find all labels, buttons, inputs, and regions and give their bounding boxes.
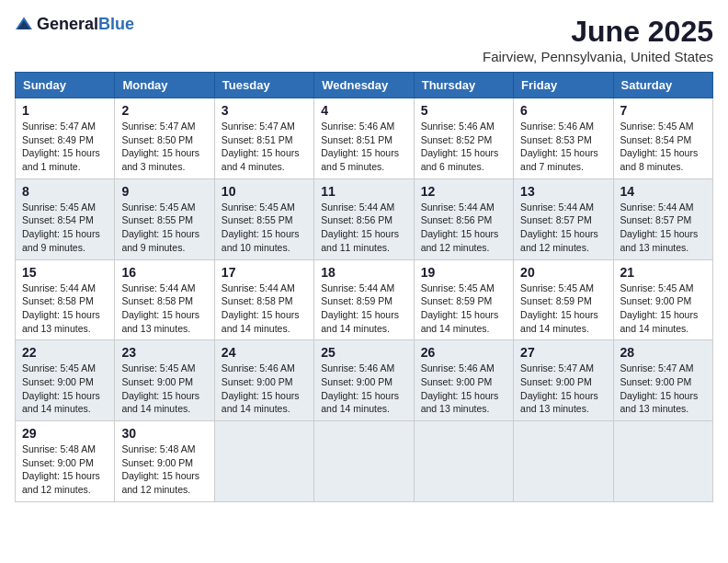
day-number: 6 (520, 103, 606, 118)
day-number: 28 (620, 345, 706, 360)
day-number: 3 (222, 103, 307, 118)
day-number: 24 (222, 345, 307, 360)
day-info: Sunrise: 5:45 AMSunset: 8:55 PMDaylight:… (121, 201, 207, 255)
calendar-week-row: 8Sunrise: 5:45 AMSunset: 8:54 PMDaylight… (16, 178, 713, 259)
day-info: Sunrise: 5:47 AMSunset: 8:49 PMDaylight:… (22, 120, 108, 174)
day-number: 26 (421, 345, 506, 360)
day-info: Sunrise: 5:44 AMSunset: 8:57 PMDaylight:… (620, 201, 706, 255)
day-info: Sunrise: 5:46 AMSunset: 8:51 PMDaylight:… (321, 120, 406, 174)
calendar-cell: 19Sunrise: 5:45 AMSunset: 8:59 PMDayligh… (414, 259, 513, 340)
calendar-cell: 23Sunrise: 5:45 AMSunset: 9:00 PMDayligh… (115, 340, 214, 421)
calendar-cell (514, 421, 613, 502)
month-title: June 2025 (483, 15, 713, 49)
day-number: 5 (421, 103, 506, 118)
col-thursday: Thursday (414, 73, 513, 98)
col-friday: Friday (514, 73, 613, 98)
day-number: 11 (321, 184, 406, 199)
day-info: Sunrise: 5:44 AMSunset: 8:56 PMDaylight:… (421, 201, 506, 255)
calendar-cell (214, 421, 313, 502)
day-info: Sunrise: 5:44 AMSunset: 8:57 PMDaylight:… (520, 201, 606, 255)
day-number: 2 (121, 103, 207, 118)
day-info: Sunrise: 5:45 AMSunset: 8:59 PMDaylight:… (421, 282, 506, 336)
calendar-cell (613, 421, 712, 502)
calendar-header-row: Sunday Monday Tuesday Wednesday Thursday… (16, 73, 713, 98)
calendar-cell: 20Sunrise: 5:45 AMSunset: 8:59 PMDayligh… (514, 259, 613, 340)
calendar-cell: 3Sunrise: 5:47 AMSunset: 8:51 PMDaylight… (214, 98, 313, 179)
day-number: 10 (222, 184, 307, 199)
day-info: Sunrise: 5:46 AMSunset: 9:00 PMDaylight:… (421, 362, 506, 416)
day-info: Sunrise: 5:45 AMSunset: 9:00 PMDaylight:… (121, 362, 207, 416)
calendar-cell: 16Sunrise: 5:44 AMSunset: 8:58 PMDayligh… (115, 259, 214, 340)
day-number: 14 (620, 184, 706, 199)
logo-icon (15, 15, 33, 33)
col-saturday: Saturday (613, 73, 712, 98)
calendar-cell: 12Sunrise: 5:44 AMSunset: 8:56 PMDayligh… (414, 178, 513, 259)
day-number: 16 (121, 265, 207, 280)
day-number: 30 (121, 426, 207, 441)
col-monday: Monday (115, 73, 214, 98)
day-number: 15 (22, 265, 108, 280)
day-number: 8 (22, 184, 108, 199)
day-number: 12 (421, 184, 506, 199)
day-info: Sunrise: 5:44 AMSunset: 8:58 PMDaylight:… (222, 282, 307, 336)
day-info: Sunrise: 5:47 AMSunset: 8:51 PMDaylight:… (222, 120, 307, 174)
title-area: June 2025 Fairview, Pennsylvania, United… (483, 15, 713, 64)
calendar-cell: 4Sunrise: 5:46 AMSunset: 8:51 PMDaylight… (314, 98, 414, 179)
calendar-cell: 14Sunrise: 5:44 AMSunset: 8:57 PMDayligh… (613, 178, 712, 259)
day-info: Sunrise: 5:48 AMSunset: 9:00 PMDaylight:… (121, 442, 207, 497)
calendar-cell: 5Sunrise: 5:46 AMSunset: 8:52 PMDaylight… (414, 98, 513, 179)
logo: GeneralBlue (15, 15, 134, 33)
calendar: Sunday Monday Tuesday Wednesday Thursday… (15, 72, 713, 502)
calendar-cell: 26Sunrise: 5:46 AMSunset: 9:00 PMDayligh… (414, 340, 513, 421)
col-tuesday: Tuesday (214, 73, 313, 98)
day-number: 21 (620, 265, 706, 280)
day-info: Sunrise: 5:47 AMSunset: 9:00 PMDaylight:… (620, 362, 706, 416)
calendar-cell: 13Sunrise: 5:44 AMSunset: 8:57 PMDayligh… (514, 178, 613, 259)
day-info: Sunrise: 5:46 AMSunset: 8:52 PMDaylight:… (421, 120, 506, 174)
day-info: Sunrise: 5:44 AMSunset: 8:56 PMDaylight:… (321, 201, 406, 255)
day-number: 7 (620, 103, 706, 118)
day-info: Sunrise: 5:46 AMSunset: 9:00 PMDaylight:… (321, 362, 406, 416)
calendar-cell: 2Sunrise: 5:47 AMSunset: 8:50 PMDaylight… (115, 98, 214, 179)
calendar-cell: 21Sunrise: 5:45 AMSunset: 9:00 PMDayligh… (613, 259, 712, 340)
calendar-cell: 30Sunrise: 5:48 AMSunset: 9:00 PMDayligh… (115, 421, 214, 502)
calendar-cell (314, 421, 414, 502)
calendar-cell (414, 421, 513, 502)
day-info: Sunrise: 5:48 AMSunset: 9:00 PMDaylight:… (22, 442, 108, 497)
calendar-cell: 8Sunrise: 5:45 AMSunset: 8:54 PMDaylight… (16, 178, 115, 259)
day-number: 19 (421, 265, 506, 280)
day-info: Sunrise: 5:45 AMSunset: 8:55 PMDaylight:… (222, 201, 307, 255)
calendar-week-row: 29Sunrise: 5:48 AMSunset: 9:00 PMDayligh… (16, 421, 713, 502)
day-info: Sunrise: 5:47 AMSunset: 9:00 PMDaylight:… (520, 362, 606, 416)
logo-general-text: GeneralBlue (37, 16, 134, 33)
day-info: Sunrise: 5:45 AMSunset: 8:59 PMDaylight:… (520, 282, 606, 336)
day-number: 9 (121, 184, 207, 199)
day-number: 23 (121, 345, 207, 360)
calendar-cell: 28Sunrise: 5:47 AMSunset: 9:00 PMDayligh… (613, 340, 712, 421)
day-number: 13 (520, 184, 606, 199)
location-title: Fairview, Pennsylvania, United States (483, 49, 713, 64)
calendar-cell: 7Sunrise: 5:45 AMSunset: 8:54 PMDaylight… (613, 98, 712, 179)
day-number: 27 (520, 345, 606, 360)
calendar-cell: 29Sunrise: 5:48 AMSunset: 9:00 PMDayligh… (16, 421, 115, 502)
day-info: Sunrise: 5:45 AMSunset: 9:00 PMDaylight:… (22, 362, 108, 416)
day-number: 25 (321, 345, 406, 360)
col-wednesday: Wednesday (314, 73, 414, 98)
day-info: Sunrise: 5:46 AMSunset: 8:53 PMDaylight:… (520, 120, 606, 174)
calendar-cell: 18Sunrise: 5:44 AMSunset: 8:59 PMDayligh… (314, 259, 414, 340)
calendar-cell: 22Sunrise: 5:45 AMSunset: 9:00 PMDayligh… (16, 340, 115, 421)
day-info: Sunrise: 5:45 AMSunset: 8:54 PMDaylight:… (620, 120, 706, 174)
day-number: 17 (222, 265, 307, 280)
calendar-cell: 24Sunrise: 5:46 AMSunset: 9:00 PMDayligh… (214, 340, 313, 421)
calendar-cell: 11Sunrise: 5:44 AMSunset: 8:56 PMDayligh… (314, 178, 414, 259)
day-info: Sunrise: 5:45 AMSunset: 9:00 PMDaylight:… (620, 282, 706, 336)
calendar-week-row: 1Sunrise: 5:47 AMSunset: 8:49 PMDaylight… (16, 98, 713, 179)
day-number: 29 (22, 426, 108, 441)
day-number: 18 (321, 265, 406, 280)
header: GeneralBlue June 2025 Fairview, Pennsylv… (15, 15, 713, 64)
day-info: Sunrise: 5:47 AMSunset: 8:50 PMDaylight:… (121, 120, 207, 174)
day-info: Sunrise: 5:46 AMSunset: 9:00 PMDaylight:… (222, 362, 307, 416)
day-info: Sunrise: 5:44 AMSunset: 8:58 PMDaylight:… (121, 282, 207, 336)
col-sunday: Sunday (16, 73, 115, 98)
calendar-week-row: 22Sunrise: 5:45 AMSunset: 9:00 PMDayligh… (16, 340, 713, 421)
